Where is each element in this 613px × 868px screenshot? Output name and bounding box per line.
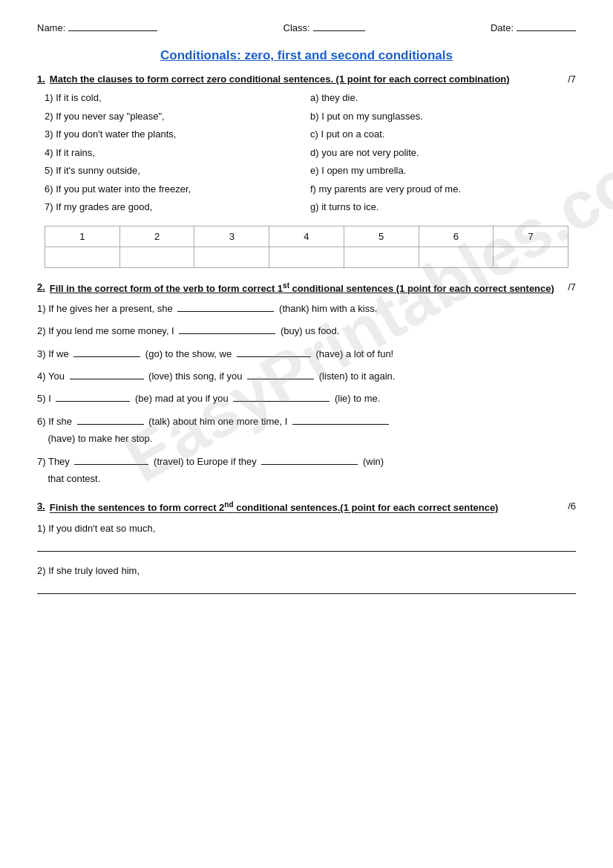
- list-item: 5) If it's sunny outside,: [45, 163, 310, 178]
- table-cell-7[interactable]: [494, 247, 568, 267]
- date-field: Date:: [491, 22, 576, 33]
- section-2-title-before: Fill in the correct form of the verb to …: [50, 283, 283, 294]
- section-3-title-before: Finish the sentences to form correct 2: [50, 503, 225, 514]
- class-label: Class:: [283, 22, 310, 33]
- table-header-5: 5: [344, 226, 419, 247]
- list-item: 5) I (be) mad at you if you (lie) to me.: [37, 390, 576, 407]
- table-header-2: 2: [119, 226, 194, 247]
- table-header-6: 6: [419, 226, 494, 247]
- section-2-title-after: conditional sentences (1 point for each …: [289, 283, 554, 294]
- list-item: 7) If my grades are good,: [45, 200, 310, 215]
- section-3-title-after: conditional sentences.(1 point for each …: [234, 503, 499, 514]
- table-cell-4[interactable]: [269, 247, 344, 267]
- list-item: 6) If she (talk) about him one more time…: [37, 413, 576, 448]
- blank[interactable]: [74, 464, 148, 465]
- list-item: 1) If you didn't eat so much,: [37, 520, 576, 552]
- list-item: 1) If he gives her a present, she (thank…: [37, 300, 576, 317]
- section-1-title: Match the clauses to form correct zero c…: [50, 74, 560, 85]
- section-2-header-left: 2. Fill in the correct form of the verb …: [37, 281, 560, 294]
- section-1-number: 1.: [37, 74, 45, 85]
- section-3: 3. Finish the sentences to form correct …: [37, 500, 576, 594]
- table-header-7: 7: [494, 226, 568, 247]
- left-column: 1) If it is cold, 2) If you never say "p…: [45, 91, 310, 218]
- table-cell-6[interactable]: [419, 247, 494, 267]
- table-cell-1[interactable]: [45, 247, 120, 267]
- list-item: e) I open my umbrella.: [310, 163, 576, 178]
- list-item: 4) You (love) this song, if you (listen)…: [37, 368, 576, 385]
- list-item: 2) If you never say "please",: [45, 109, 310, 124]
- answer-line[interactable]: [37, 540, 576, 552]
- list-item: 1) If it is cold,: [45, 91, 310, 105]
- name-line: [68, 30, 157, 31]
- section-3-title: Finish the sentences to form correct 2nd…: [50, 500, 560, 513]
- blank[interactable]: [292, 424, 389, 425]
- section-3-header-left: 3. Finish the sentences to form correct …: [37, 500, 560, 513]
- section-3-header: 3. Finish the sentences to form correct …: [37, 500, 576, 513]
- section-1-header-left: 1. Match the clauses to form correct zer…: [37, 74, 560, 85]
- blank[interactable]: [77, 424, 144, 425]
- list-item: 2) If she truly loved him,: [37, 562, 576, 594]
- section-2-header: 2. Fill in the correct form of the verb …: [37, 281, 576, 294]
- fill-section-3: 1) If you didn't eat so much, 2) If she …: [37, 520, 576, 595]
- header-row: Name: Class: Date:: [37, 22, 576, 33]
- section-3-number: 3.: [37, 500, 45, 512]
- name-field: Name:: [37, 22, 157, 33]
- list-item: 2) If you lend me some money, I (buy) us…: [37, 322, 576, 339]
- section-1-header: 1. Match the clauses to form correct zer…: [37, 74, 576, 85]
- fill-section-2: 1) If he gives her a present, she (thank…: [37, 300, 576, 488]
- section-2: 2. Fill in the correct form of the verb …: [37, 281, 576, 488]
- table-header-4: 4: [269, 226, 344, 247]
- name-label: Name:: [37, 22, 65, 33]
- list-item: 3) If we (go) to the show, we (have) a l…: [37, 345, 576, 362]
- section-2-title-sup: st: [283, 281, 289, 290]
- blank[interactable]: [177, 311, 274, 312]
- list-item: 7) They (travel) to Europe if they (win)…: [37, 453, 576, 488]
- list-item: d) you are not very polite.: [310, 146, 576, 160]
- blank[interactable]: [73, 356, 140, 357]
- blank[interactable]: [247, 379, 314, 379]
- section-2-title: Fill in the correct form of the verb to …: [50, 281, 560, 294]
- answer-line[interactable]: [37, 582, 576, 594]
- answer-table: 1 2 3 4 5 6 7: [45, 226, 568, 268]
- section-1: 1. Match the clauses to form correct zer…: [37, 74, 576, 268]
- list-item: b) I put on my sunglasses.: [310, 109, 576, 124]
- list-item: 6) If you put water into the freezer,: [45, 182, 310, 197]
- blank[interactable]: [233, 401, 330, 402]
- section-3-title-sup: nd: [224, 500, 233, 509]
- list-item: f) my parents are very proud of me.: [310, 182, 576, 197]
- section-3-score: /6: [568, 500, 576, 512]
- list-item: g) it turns to ice.: [310, 200, 576, 215]
- table-cell-5[interactable]: [344, 247, 419, 267]
- class-line: [313, 30, 365, 31]
- blank[interactable]: [179, 333, 275, 334]
- class-field: Class:: [283, 22, 365, 33]
- right-column: a) they die. b) I put on my sunglasses. …: [310, 91, 576, 218]
- table-header-3: 3: [194, 226, 269, 247]
- list-item: 3) If you don't water the plants,: [45, 127, 310, 142]
- table-header-1: 1: [45, 226, 120, 247]
- table-cell-3[interactable]: [194, 247, 269, 267]
- list-item: a) they die.: [310, 91, 576, 105]
- list-item: 4) If it rains,: [45, 146, 310, 160]
- date-label: Date:: [491, 22, 514, 33]
- matching-columns: 1) If it is cold, 2) If you never say "p…: [45, 91, 576, 218]
- section-1-score: /7: [568, 74, 576, 85]
- blank[interactable]: [237, 356, 311, 357]
- blank[interactable]: [70, 379, 144, 379]
- page-title: Conditionals: zero, first and second con…: [37, 48, 576, 63]
- blank[interactable]: [56, 401, 130, 402]
- section-2-score: /7: [568, 281, 576, 293]
- list-item: c) I put on a coat.: [310, 127, 576, 142]
- table-cell-2[interactable]: [119, 247, 194, 267]
- blank[interactable]: [261, 464, 358, 465]
- date-line: [517, 30, 576, 31]
- section-2-number: 2.: [37, 281, 45, 293]
